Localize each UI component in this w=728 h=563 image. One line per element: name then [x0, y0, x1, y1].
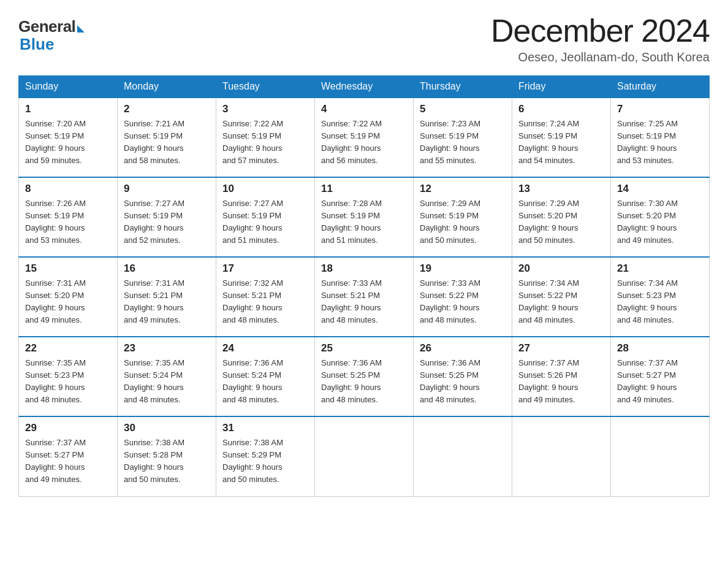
calendar-cell: 5 Sunrise: 7:23 AM Sunset: 5:19 PM Dayli… [414, 98, 512, 177]
day-number: 11 [321, 183, 407, 195]
day-info: Sunrise: 7:27 AM Sunset: 5:19 PM Dayligh… [124, 197, 210, 247]
calendar-week-row: 22 Sunrise: 7:35 AM Sunset: 5:23 PM Dayl… [19, 337, 710, 416]
calendar-cell: 7 Sunrise: 7:25 AM Sunset: 5:19 PM Dayli… [611, 98, 710, 177]
day-number: 23 [124, 342, 210, 354]
calendar-cell: 1 Sunrise: 7:20 AM Sunset: 5:19 PM Dayli… [19, 98, 118, 177]
calendar-cell: 20 Sunrise: 7:34 AM Sunset: 5:22 PM Dayl… [512, 257, 611, 337]
day-number: 25 [321, 342, 407, 354]
day-number: 31 [222, 422, 308, 434]
day-of-week-header: Monday [118, 76, 216, 98]
day-of-week-header: Wednesday [315, 76, 414, 98]
day-info: Sunrise: 7:37 AM Sunset: 5:26 PM Dayligh… [518, 357, 604, 407]
calendar-cell [512, 416, 611, 496]
logo-blue-text: Blue [20, 35, 54, 54]
day-info: Sunrise: 7:26 AM Sunset: 5:19 PM Dayligh… [25, 197, 111, 247]
calendar-cell: 19 Sunrise: 7:33 AM Sunset: 5:22 PM Dayl… [414, 257, 512, 337]
calendar-week-row: 8 Sunrise: 7:26 AM Sunset: 5:19 PM Dayli… [19, 177, 710, 257]
calendar-cell [414, 416, 512, 496]
day-number: 30 [124, 422, 210, 434]
calendar-cell: 26 Sunrise: 7:36 AM Sunset: 5:25 PM Dayl… [414, 337, 512, 416]
calendar-cell: 11 Sunrise: 7:28 AM Sunset: 5:19 PM Dayl… [315, 177, 414, 257]
calendar-cell: 24 Sunrise: 7:36 AM Sunset: 5:24 PM Dayl… [216, 337, 315, 416]
header-right: December 2024 Oeseo, Jeollanam-do, South… [491, 12, 710, 64]
day-number: 15 [25, 262, 111, 275]
calendar-cell: 16 Sunrise: 7:31 AM Sunset: 5:21 PM Dayl… [118, 257, 216, 337]
calendar-cell: 28 Sunrise: 7:37 AM Sunset: 5:27 PM Dayl… [611, 337, 710, 416]
calendar-cell: 9 Sunrise: 7:27 AM Sunset: 5:19 PM Dayli… [118, 177, 216, 257]
day-number: 5 [420, 103, 506, 115]
day-info: Sunrise: 7:29 AM Sunset: 5:19 PM Dayligh… [420, 197, 506, 247]
day-of-week-header: Friday [512, 76, 611, 98]
calendar-cell: 22 Sunrise: 7:35 AM Sunset: 5:23 PM Dayl… [19, 337, 118, 416]
calendar-cell: 14 Sunrise: 7:30 AM Sunset: 5:20 PM Dayl… [611, 177, 710, 257]
day-number: 26 [420, 342, 506, 354]
logo-general-text: General [18, 17, 75, 36]
day-number: 4 [321, 103, 407, 115]
day-number: 10 [222, 183, 308, 195]
day-info: Sunrise: 7:33 AM Sunset: 5:22 PM Dayligh… [420, 277, 506, 327]
calendar-cell: 10 Sunrise: 7:27 AM Sunset: 5:19 PM Dayl… [216, 177, 315, 257]
day-number: 2 [124, 103, 210, 115]
day-info: Sunrise: 7:37 AM Sunset: 5:27 PM Dayligh… [617, 357, 703, 407]
day-info: Sunrise: 7:35 AM Sunset: 5:24 PM Dayligh… [124, 357, 210, 407]
day-info: Sunrise: 7:34 AM Sunset: 5:23 PM Dayligh… [617, 277, 703, 327]
day-number: 12 [420, 183, 506, 195]
day-info: Sunrise: 7:24 AM Sunset: 5:19 PM Dayligh… [518, 118, 604, 167]
day-number: 13 [518, 183, 604, 195]
day-of-week-header: Sunday [19, 76, 118, 98]
day-info: Sunrise: 7:20 AM Sunset: 5:19 PM Dayligh… [25, 118, 111, 167]
day-number: 22 [25, 342, 111, 354]
day-info: Sunrise: 7:36 AM Sunset: 5:25 PM Dayligh… [321, 357, 407, 407]
day-number: 16 [124, 262, 210, 275]
calendar-cell: 3 Sunrise: 7:22 AM Sunset: 5:19 PM Dayli… [216, 98, 315, 177]
calendar-week-row: 1 Sunrise: 7:20 AM Sunset: 5:19 PM Dayli… [19, 98, 710, 177]
calendar-cell: 23 Sunrise: 7:35 AM Sunset: 5:24 PM Dayl… [118, 337, 216, 416]
day-number: 9 [124, 183, 210, 195]
calendar-cell: 18 Sunrise: 7:33 AM Sunset: 5:21 PM Dayl… [315, 257, 414, 337]
calendar-cell [315, 416, 414, 496]
day-number: 17 [222, 262, 308, 275]
day-info: Sunrise: 7:22 AM Sunset: 5:19 PM Dayligh… [321, 118, 407, 167]
page-header: General Blue December 2024 Oeseo, Jeolla… [18, 12, 710, 64]
day-info: Sunrise: 7:36 AM Sunset: 5:25 PM Dayligh… [420, 357, 506, 407]
calendar-cell [611, 416, 710, 496]
day-info: Sunrise: 7:34 AM Sunset: 5:22 PM Dayligh… [518, 277, 604, 327]
day-info: Sunrise: 7:33 AM Sunset: 5:21 PM Dayligh… [321, 277, 407, 327]
day-info: Sunrise: 7:27 AM Sunset: 5:19 PM Dayligh… [222, 197, 308, 247]
month-year-title: December 2024 [491, 12, 710, 49]
day-number: 18 [321, 262, 407, 275]
calendar-cell: 2 Sunrise: 7:21 AM Sunset: 5:19 PM Dayli… [118, 98, 216, 177]
day-number: 14 [617, 183, 703, 195]
day-number: 24 [222, 342, 308, 354]
day-info: Sunrise: 7:38 AM Sunset: 5:29 PM Dayligh… [222, 437, 308, 486]
day-of-week-header: Saturday [611, 76, 710, 98]
day-info: Sunrise: 7:36 AM Sunset: 5:24 PM Dayligh… [222, 357, 308, 407]
day-info: Sunrise: 7:22 AM Sunset: 5:19 PM Dayligh… [222, 118, 308, 167]
day-number: 8 [25, 183, 111, 195]
day-number: 21 [617, 262, 703, 275]
day-number: 1 [25, 103, 111, 115]
calendar-cell: 25 Sunrise: 7:36 AM Sunset: 5:25 PM Dayl… [315, 337, 414, 416]
day-number: 27 [518, 342, 604, 354]
day-of-week-header: Tuesday [216, 76, 315, 98]
calendar-cell: 12 Sunrise: 7:29 AM Sunset: 5:19 PM Dayl… [414, 177, 512, 257]
day-info: Sunrise: 7:29 AM Sunset: 5:20 PM Dayligh… [518, 197, 604, 247]
day-number: 19 [420, 262, 506, 275]
calendar-cell: 29 Sunrise: 7:37 AM Sunset: 5:27 PM Dayl… [19, 416, 118, 496]
day-number: 3 [222, 103, 308, 115]
calendar-header-row: SundayMondayTuesdayWednesdayThursdayFrid… [19, 76, 710, 98]
day-info: Sunrise: 7:38 AM Sunset: 5:28 PM Dayligh… [124, 437, 210, 486]
day-info: Sunrise: 7:25 AM Sunset: 5:19 PM Dayligh… [617, 118, 703, 167]
day-info: Sunrise: 7:35 AM Sunset: 5:23 PM Dayligh… [25, 357, 111, 407]
calendar-cell: 15 Sunrise: 7:31 AM Sunset: 5:20 PM Dayl… [19, 257, 118, 337]
logo: General Blue [18, 17, 85, 54]
day-number: 29 [25, 422, 111, 434]
day-info: Sunrise: 7:23 AM Sunset: 5:19 PM Dayligh… [420, 118, 506, 167]
day-of-week-header: Thursday [414, 76, 512, 98]
day-info: Sunrise: 7:31 AM Sunset: 5:21 PM Dayligh… [124, 277, 210, 327]
day-number: 7 [617, 103, 703, 115]
day-number: 6 [518, 103, 604, 115]
day-info: Sunrise: 7:31 AM Sunset: 5:20 PM Dayligh… [25, 277, 111, 327]
day-number: 28 [617, 342, 703, 354]
calendar-cell: 17 Sunrise: 7:32 AM Sunset: 5:21 PM Dayl… [216, 257, 315, 337]
